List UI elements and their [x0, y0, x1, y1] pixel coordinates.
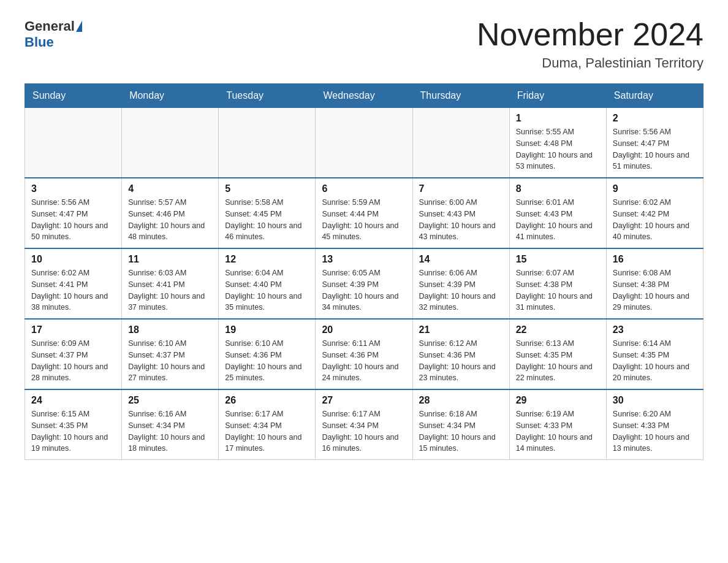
- calendar-cell: 19Sunrise: 6:10 AMSunset: 4:36 PMDayligh…: [219, 319, 316, 389]
- day-number: 25: [128, 395, 212, 406]
- calendar-cell: 29Sunrise: 6:19 AMSunset: 4:33 PMDayligh…: [509, 389, 606, 460]
- day-info: Sunrise: 6:13 AMSunset: 4:35 PMDaylight:…: [516, 338, 600, 384]
- page-header: General Blue November 2024 Duma, Palesti…: [25, 18, 703, 71]
- calendar-cell: 21Sunrise: 6:12 AMSunset: 4:36 PMDayligh…: [412, 319, 509, 389]
- calendar-cell: 8Sunrise: 6:01 AMSunset: 4:43 PMDaylight…: [509, 178, 606, 248]
- calendar-cell: 22Sunrise: 6:13 AMSunset: 4:35 PMDayligh…: [509, 319, 606, 389]
- calendar-cell: 18Sunrise: 6:10 AMSunset: 4:37 PMDayligh…: [122, 319, 219, 389]
- day-info: Sunrise: 6:01 AMSunset: 4:43 PMDaylight:…: [516, 197, 600, 243]
- calendar-cell: 9Sunrise: 6:02 AMSunset: 4:42 PMDaylight…: [606, 178, 703, 248]
- day-number: 8: [516, 183, 600, 194]
- calendar-week-row: 17Sunrise: 6:09 AMSunset: 4:37 PMDayligh…: [25, 319, 703, 389]
- day-info: Sunrise: 6:12 AMSunset: 4:36 PMDaylight:…: [419, 338, 503, 384]
- calendar-cell: 5Sunrise: 5:58 AMSunset: 4:45 PMDaylight…: [219, 178, 316, 248]
- day-number: 23: [613, 324, 697, 335]
- calendar-cell: 4Sunrise: 5:57 AMSunset: 4:46 PMDaylight…: [122, 178, 219, 248]
- day-number: 6: [322, 183, 406, 194]
- day-number: 29: [516, 395, 600, 406]
- day-number: 15: [516, 254, 600, 265]
- calendar-cell: 6Sunrise: 5:59 AMSunset: 4:44 PMDaylight…: [316, 178, 412, 248]
- day-info: Sunrise: 6:02 AMSunset: 4:41 PMDaylight:…: [31, 267, 115, 313]
- day-info: Sunrise: 6:00 AMSunset: 4:43 PMDaylight:…: [419, 197, 503, 243]
- day-info: Sunrise: 6:05 AMSunset: 4:39 PMDaylight:…: [322, 267, 406, 313]
- calendar-cell: 10Sunrise: 6:02 AMSunset: 4:41 PMDayligh…: [25, 248, 122, 319]
- day-number: 21: [419, 324, 503, 335]
- logo-general-text: General: [25, 18, 75, 34]
- location-title: Duma, Palestinian Territory: [477, 55, 703, 71]
- calendar-cell: 12Sunrise: 6:04 AMSunset: 4:40 PMDayligh…: [219, 248, 316, 319]
- calendar-cell: 27Sunrise: 6:17 AMSunset: 4:34 PMDayligh…: [316, 389, 412, 460]
- day-info: Sunrise: 6:18 AMSunset: 4:34 PMDaylight:…: [419, 408, 503, 454]
- day-info: Sunrise: 5:55 AMSunset: 4:48 PMDaylight:…: [516, 126, 600, 172]
- day-header-wednesday: Wednesday: [316, 84, 412, 108]
- day-number: 27: [322, 395, 406, 406]
- day-info: Sunrise: 6:03 AMSunset: 4:41 PMDaylight:…: [128, 267, 212, 313]
- day-number: 7: [419, 183, 503, 194]
- calendar-cell: 28Sunrise: 6:18 AMSunset: 4:34 PMDayligh…: [412, 389, 509, 460]
- day-number: 2: [613, 113, 697, 124]
- calendar-cell: [316, 108, 412, 178]
- day-info: Sunrise: 5:56 AMSunset: 4:47 PMDaylight:…: [31, 197, 115, 243]
- day-info: Sunrise: 6:15 AMSunset: 4:35 PMDaylight:…: [31, 408, 115, 454]
- day-number: 4: [128, 183, 212, 194]
- day-info: Sunrise: 6:16 AMSunset: 4:34 PMDaylight:…: [128, 408, 212, 454]
- calendar-cell: [219, 108, 316, 178]
- calendar-cell: [122, 108, 219, 178]
- day-info: Sunrise: 6:08 AMSunset: 4:38 PMDaylight:…: [613, 267, 697, 313]
- day-header-thursday: Thursday: [412, 84, 509, 108]
- day-number: 30: [613, 395, 697, 406]
- day-number: 20: [322, 324, 406, 335]
- day-info: Sunrise: 5:59 AMSunset: 4:44 PMDaylight:…: [322, 197, 406, 243]
- calendar-week-row: 1Sunrise: 5:55 AMSunset: 4:48 PMDaylight…: [25, 108, 703, 178]
- calendar-cell: 3Sunrise: 5:56 AMSunset: 4:47 PMDaylight…: [25, 178, 122, 248]
- calendar-cell: 14Sunrise: 6:06 AMSunset: 4:39 PMDayligh…: [412, 248, 509, 319]
- day-number: 22: [516, 324, 600, 335]
- day-number: 12: [225, 254, 309, 265]
- day-info: Sunrise: 6:04 AMSunset: 4:40 PMDaylight:…: [225, 267, 309, 313]
- calendar-cell: 2Sunrise: 5:56 AMSunset: 4:47 PMDaylight…: [606, 108, 703, 178]
- day-info: Sunrise: 5:56 AMSunset: 4:47 PMDaylight:…: [613, 126, 697, 172]
- calendar-cell: 15Sunrise: 6:07 AMSunset: 4:38 PMDayligh…: [509, 248, 606, 319]
- day-info: Sunrise: 5:58 AMSunset: 4:45 PMDaylight:…: [225, 197, 309, 243]
- calendar-table: SundayMondayTuesdayWednesdayThursdayFrid…: [25, 83, 703, 460]
- day-info: Sunrise: 6:20 AMSunset: 4:33 PMDaylight:…: [613, 408, 697, 454]
- day-header-friday: Friday: [509, 84, 606, 108]
- day-number: 1: [516, 113, 600, 124]
- calendar-header-row: SundayMondayTuesdayWednesdayThursdayFrid…: [25, 84, 703, 108]
- calendar-week-row: 3Sunrise: 5:56 AMSunset: 4:47 PMDaylight…: [25, 178, 703, 248]
- day-number: 9: [613, 183, 697, 194]
- day-number: 10: [31, 254, 115, 265]
- calendar-cell: 25Sunrise: 6:16 AMSunset: 4:34 PMDayligh…: [122, 389, 219, 460]
- day-info: Sunrise: 6:10 AMSunset: 4:36 PMDaylight:…: [225, 338, 309, 384]
- day-info: Sunrise: 6:09 AMSunset: 4:37 PMDaylight:…: [31, 338, 115, 384]
- logo: General Blue: [25, 18, 83, 50]
- calendar-cell: 16Sunrise: 6:08 AMSunset: 4:38 PMDayligh…: [606, 248, 703, 319]
- day-number: 18: [128, 324, 212, 335]
- day-header-sunday: Sunday: [25, 84, 122, 108]
- day-info: Sunrise: 6:06 AMSunset: 4:39 PMDaylight:…: [419, 267, 503, 313]
- calendar-cell: 17Sunrise: 6:09 AMSunset: 4:37 PMDayligh…: [25, 319, 122, 389]
- calendar-week-row: 24Sunrise: 6:15 AMSunset: 4:35 PMDayligh…: [25, 389, 703, 460]
- day-info: Sunrise: 5:57 AMSunset: 4:46 PMDaylight:…: [128, 197, 212, 243]
- day-info: Sunrise: 6:10 AMSunset: 4:37 PMDaylight:…: [128, 338, 212, 384]
- calendar-cell: 24Sunrise: 6:15 AMSunset: 4:35 PMDayligh…: [25, 389, 122, 460]
- day-number: 5: [225, 183, 309, 194]
- calendar-cell: 20Sunrise: 6:11 AMSunset: 4:36 PMDayligh…: [316, 319, 412, 389]
- day-number: 28: [419, 395, 503, 406]
- day-header-monday: Monday: [122, 84, 219, 108]
- day-number: 3: [31, 183, 115, 194]
- day-number: 11: [128, 254, 212, 265]
- day-info: Sunrise: 6:07 AMSunset: 4:38 PMDaylight:…: [516, 267, 600, 313]
- calendar-cell: 11Sunrise: 6:03 AMSunset: 4:41 PMDayligh…: [122, 248, 219, 319]
- logo-blue-text: Blue: [25, 34, 54, 50]
- calendar-cell: 13Sunrise: 6:05 AMSunset: 4:39 PMDayligh…: [316, 248, 412, 319]
- calendar-cell: 30Sunrise: 6:20 AMSunset: 4:33 PMDayligh…: [606, 389, 703, 460]
- day-header-saturday: Saturday: [606, 84, 703, 108]
- calendar-cell: 26Sunrise: 6:17 AMSunset: 4:34 PMDayligh…: [219, 389, 316, 460]
- day-info: Sunrise: 6:14 AMSunset: 4:35 PMDaylight:…: [613, 338, 697, 384]
- day-info: Sunrise: 6:17 AMSunset: 4:34 PMDaylight:…: [322, 408, 406, 454]
- day-number: 19: [225, 324, 309, 335]
- logo-triangle-icon: [76, 21, 82, 32]
- calendar-cell: 1Sunrise: 5:55 AMSunset: 4:48 PMDaylight…: [509, 108, 606, 178]
- day-info: Sunrise: 6:17 AMSunset: 4:34 PMDaylight:…: [225, 408, 309, 454]
